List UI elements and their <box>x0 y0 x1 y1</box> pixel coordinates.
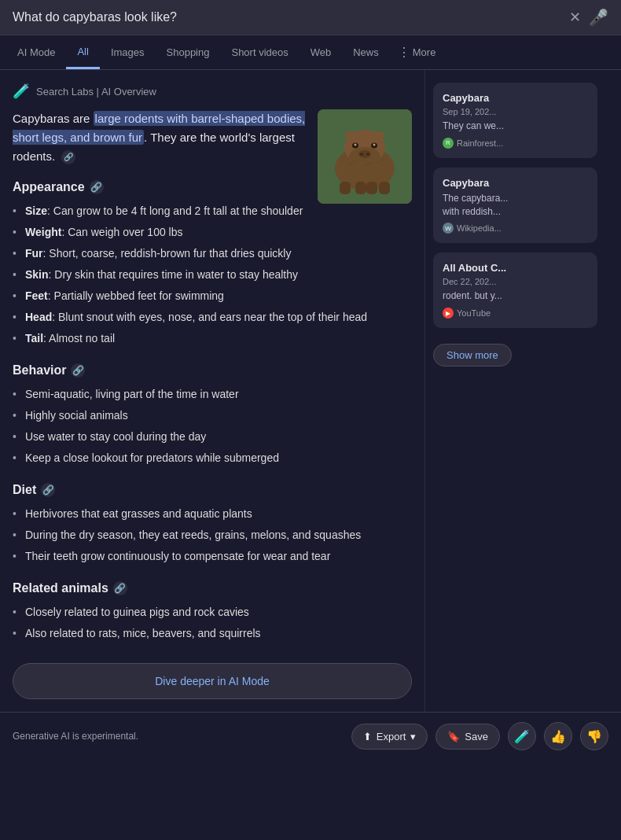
svg-rect-13 <box>340 182 351 194</box>
svg-rect-16 <box>379 182 390 194</box>
left-panel: 🧪 Search Labs | AI Overview <box>0 70 424 712</box>
svg-rect-14 <box>355 182 366 194</box>
list-item: Semi-aquatic, living part of the time in… <box>13 384 412 405</box>
thumbs-up-icon: 👍 <box>550 729 566 744</box>
list-item: Closely related to guinea pigs and rock … <box>13 602 412 623</box>
svg-point-10 <box>373 144 376 146</box>
thumbs-down-button[interactable]: 👎 <box>580 722 608 750</box>
flask-icon-btn: 🧪 <box>514 729 530 744</box>
ai-header-text: Search Labs | AI Overview <box>36 86 156 98</box>
tab-bar: AI Mode All Images Shopping Short videos… <box>0 35 621 70</box>
dive-deeper-button[interactable]: Dive deeper in AI Mode <box>13 663 412 699</box>
wikipedia-source-icon: W <box>443 223 454 234</box>
diet-link-icon[interactable]: 🔗 <box>41 483 55 497</box>
show-more-button[interactable]: Show more <box>433 344 512 367</box>
ai-overview-header: 🧪 Search Labs | AI Overview <box>13 83 412 100</box>
side-card-youtube[interactable]: All About C... Dec 22, 202... rodent. bu… <box>433 252 597 328</box>
side-card-title-3: All About C... <box>443 262 588 274</box>
thumbs-down-icon: 👎 <box>586 729 602 744</box>
svg-point-5 <box>360 153 363 156</box>
side-card-text-3: rodent. but y... <box>443 289 588 303</box>
main-content: 🧪 Search Labs | AI Overview <box>0 70 621 712</box>
side-card-source-2: W Wikipedia... <box>443 223 588 234</box>
side-card-title-2: Capybara <box>443 177 588 189</box>
list-item: Weight: Can weigh over 100 lbs <box>13 222 412 243</box>
related-animals-section-title: Related animals 🔗 <box>13 581 412 595</box>
svg-point-9 <box>355 144 357 146</box>
thumbs-up-button[interactable]: 👍 <box>544 722 572 750</box>
mic-icon[interactable]: 🎤 <box>589 8 608 27</box>
description-link-icon[interactable]: 🔗 <box>61 150 75 164</box>
diet-list: Herbivores that eat grasses and aquatic … <box>13 503 412 567</box>
related-animals-link-icon[interactable]: 🔗 <box>113 581 127 595</box>
tab-more[interactable]: ⋮ More <box>390 35 444 69</box>
list-item: Highly social animals <box>13 405 412 426</box>
search-input[interactable] <box>13 10 561 24</box>
side-card-date-3: Dec 22, 202... <box>443 277 588 286</box>
svg-rect-15 <box>366 182 377 194</box>
tab-short-videos[interactable]: Short videos <box>220 37 299 68</box>
side-card-source-1: R Rainforest... <box>443 138 588 149</box>
side-card-source-3: ▶ YouTube <box>443 308 588 319</box>
behavior-list: Semi-aquatic, living part of the time in… <box>13 384 412 469</box>
flask-icon: 🧪 <box>13 83 30 100</box>
list-item: Tail: Almost no tail <box>13 328 412 349</box>
side-card-rainforest[interactable]: Capybara Sep 19, 202... They can we... R… <box>433 83 597 158</box>
right-panel: Capybara Sep 19, 202... They can we... R… <box>424 70 605 712</box>
list-item: Fur: Short, coarse, reddish-brown fur th… <box>13 243 412 264</box>
list-item: Their teeth grow continuously to compens… <box>13 546 412 567</box>
side-card-date-1: Sep 19, 202... <box>443 107 588 116</box>
export-icon: ⬆ <box>363 731 372 742</box>
behavior-link-icon[interactable]: 🔗 <box>71 363 85 378</box>
clear-search-button[interactable]: ✕ <box>569 9 581 26</box>
bottom-bar: Generative AI is experimental. ⬆ Export … <box>0 712 621 760</box>
side-card-text-2: The capybara...with reddish... <box>443 192 588 219</box>
list-item: Use water to stay cool during the day <box>13 426 412 448</box>
bookmark-icon: 🔖 <box>447 731 460 742</box>
related-animals-list: Closely related to guinea pigs and rock … <box>13 602 412 644</box>
flask-button[interactable]: 🧪 <box>508 722 536 750</box>
side-card-title-1: Capybara <box>443 92 588 104</box>
list-item: Also related to rats, mice, beavers, and… <box>13 623 412 644</box>
side-card-text-1: They can we... <box>443 120 588 133</box>
list-item: During the dry season, they eat reeds, g… <box>13 525 412 546</box>
appearance-list: Size: Can grow to be 4 ft long and 2 ft … <box>13 201 412 349</box>
tab-images[interactable]: Images <box>100 37 156 68</box>
svg-point-11 <box>345 131 356 139</box>
capybara-image <box>318 109 412 204</box>
rainforest-source-icon: R <box>443 138 454 149</box>
list-item: Head: Blunt snout with eyes, nose, and e… <box>13 307 412 328</box>
save-button[interactable]: 🔖 Save <box>435 724 500 750</box>
list-item: Herbivores that eat grasses and aquatic … <box>13 503 412 525</box>
tab-web[interactable]: Web <box>299 37 343 68</box>
behavior-section-title: Behavior 🔗 <box>13 363 412 378</box>
tab-news[interactable]: News <box>342 37 390 68</box>
list-item: Keep a close lookout for predators while… <box>13 448 412 469</box>
export-dropdown-icon: ▾ <box>410 731 416 742</box>
tab-ai-mode[interactable]: AI Mode <box>6 37 66 68</box>
svg-point-12 <box>373 131 384 139</box>
youtube-source-icon: ▶ <box>443 308 454 319</box>
list-item: Skin: Dry skin that requires time in wat… <box>13 264 412 286</box>
appearance-section-title: Appearance 🔗 <box>13 180 308 194</box>
export-button[interactable]: ⬆ Export ▾ <box>351 724 428 750</box>
side-card-wikipedia[interactable]: Capybara The capybara...with reddish... … <box>433 168 597 244</box>
search-bar: ✕ 🎤 <box>0 0 621 35</box>
list-item: Size: Can grow to be 4 ft long and 2 ft … <box>13 201 412 222</box>
gen-ai-label: Generative AI is experimental. <box>13 731 344 742</box>
tab-shopping[interactable]: Shopping <box>156 37 221 68</box>
appearance-link-icon[interactable]: 🔗 <box>90 180 104 194</box>
list-item: Feet: Partially webbed feet for swimming <box>13 286 412 307</box>
tab-all[interactable]: All <box>66 36 99 69</box>
svg-point-6 <box>366 153 369 156</box>
diet-section-title: Diet 🔗 <box>13 483 412 497</box>
